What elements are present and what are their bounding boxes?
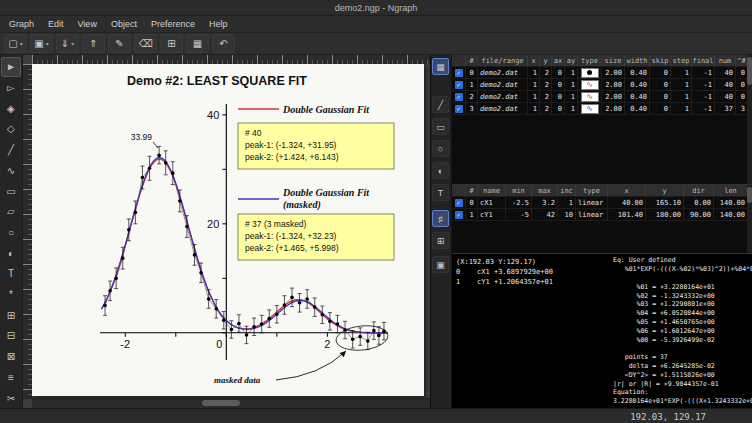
- axis-object-button[interactable]: ♯: [432, 210, 449, 227]
- data-point[interactable]: [377, 334, 381, 338]
- data-point[interactable]: [328, 320, 332, 324]
- menu-edit[interactable]: Edit: [41, 17, 71, 31]
- legend-select-tool[interactable]: ▻: [1, 78, 21, 98]
- data-point[interactable]: [207, 297, 211, 301]
- mark-tool[interactable]: *: [1, 285, 21, 305]
- data-point[interactable]: [298, 301, 302, 305]
- vscrollbar-thumb[interactable]: [747, 187, 752, 203]
- text-object-button[interactable]: T: [432, 184, 449, 201]
- data-point[interactable]: [127, 228, 131, 232]
- section-axis-tool[interactable]: ⊟: [1, 326, 21, 346]
- curve-tool[interactable]: ∿: [1, 161, 21, 181]
- data-point[interactable]: [372, 329, 376, 333]
- data-point[interactable]: [121, 256, 125, 260]
- data-point[interactable]: [157, 153, 161, 157]
- table-row[interactable]: ✓1demo2.dat1201∿2.000.4001-1400: [452, 79, 752, 91]
- row-checkbox[interactable]: ✓: [455, 211, 463, 219]
- menu-graph[interactable]: Graph: [2, 17, 41, 31]
- file-list-scrollbar[interactable]: [747, 55, 752, 184]
- frame-axis-tool[interactable]: ⊞: [1, 305, 21, 325]
- data-point[interactable]: [252, 325, 256, 329]
- clear-button[interactable]: ⌫: [134, 34, 157, 53]
- vscrollbar-thumb[interactable]: [747, 57, 752, 85]
- data-point[interactable]: [336, 322, 340, 326]
- axis-select-tool[interactable]: ◈: [1, 98, 21, 118]
- data-point[interactable]: [313, 305, 317, 309]
- circle-object-button[interactable]: ○: [432, 140, 449, 157]
- table-row[interactable]: ✓3demo2.dat1201∿2.000.4001-1373: [452, 103, 752, 115]
- hscrollbar-thumb[interactable]: [202, 400, 240, 406]
- data-point[interactable]: [230, 328, 234, 332]
- data-point[interactable]: [114, 276, 118, 280]
- menu-object[interactable]: Object: [104, 17, 144, 31]
- data-point[interactable]: [260, 322, 264, 326]
- table-row[interactable]: ✓0demo2.dat12012.000.4001-1400: [452, 67, 752, 79]
- data-point[interactable]: [305, 297, 309, 301]
- circle-tool[interactable]: ○: [1, 223, 21, 243]
- data-point[interactable]: [222, 318, 226, 322]
- data-point[interactable]: [237, 322, 241, 326]
- data-point[interactable]: [199, 271, 203, 275]
- data-point[interactable]: [267, 317, 271, 321]
- line-object-button[interactable]: ╱: [432, 96, 449, 113]
- data-point[interactable]: [178, 199, 182, 203]
- data-point[interactable]: [193, 253, 197, 257]
- data-point[interactable]: [275, 312, 279, 316]
- single-axis-tool[interactable]: ≡: [1, 368, 21, 388]
- rect-tool[interactable]: ▭: [1, 181, 21, 201]
- data-point[interactable]: [134, 211, 138, 215]
- table-row[interactable]: ✓2demo2.dat1201∿2.000.4001-1400: [452, 91, 752, 103]
- data-view-button[interactable]: ▦: [432, 58, 449, 75]
- data-point[interactable]: [290, 296, 294, 300]
- draw-button[interactable]: ✎: [108, 34, 131, 53]
- data-point[interactable]: [214, 307, 218, 311]
- row-checkbox[interactable]: ✓: [455, 199, 463, 207]
- arc-tool[interactable]: ◐: [1, 243, 21, 263]
- masked-data-annotation[interactable]: masked data: [214, 375, 261, 385]
- export-button[interactable]: ⇓▾: [56, 34, 79, 53]
- row-checkbox[interactable]: ✓: [455, 105, 463, 113]
- graph-title[interactable]: Demo #2: LEAST SQUARE FIT: [127, 74, 307, 88]
- titlebar[interactable]: demo2.ngp - Ngraph: [0, 0, 752, 16]
- file-save-button[interactable]: ▣: [432, 256, 449, 273]
- data-point[interactable]: [185, 225, 189, 229]
- data-point[interactable]: [108, 289, 112, 293]
- data-point[interactable]: [351, 338, 355, 342]
- pointer-tool[interactable]: ►: [1, 57, 21, 77]
- data-point[interactable]: [171, 171, 175, 175]
- dropdown-caret-icon[interactable]: ▾: [71, 40, 74, 47]
- axis-settings-button[interactable]: ⊞: [160, 34, 183, 53]
- arc-object-button[interactable]: ◐: [432, 162, 449, 179]
- peak-annotation[interactable]: 33.99: [131, 132, 153, 142]
- data-point[interactable]: [320, 313, 324, 317]
- data-sheet-button[interactable]: ▦: [186, 34, 209, 53]
- data-point[interactable]: [283, 303, 287, 307]
- polygon-tool[interactable]: ▱: [1, 202, 21, 222]
- load-data-button[interactable]: ⇑: [82, 34, 105, 53]
- new-graph-button[interactable]: ▢▾: [4, 34, 27, 53]
- legend-label-fit[interactable]: Double Gaussian Fit: [282, 104, 370, 115]
- data-point[interactable]: [103, 304, 107, 308]
- data-point[interactable]: [358, 335, 362, 339]
- axis-list-scrollbar[interactable]: [747, 185, 752, 253]
- data-point[interactable]: [245, 333, 249, 337]
- menu-help[interactable]: Help: [202, 17, 235, 31]
- trim-tool[interactable]: ✂: [1, 388, 21, 408]
- data-point[interactable]: [164, 161, 168, 165]
- row-checkbox[interactable]: ✓: [455, 93, 463, 101]
- canvas-hscrollbar[interactable]: [32, 398, 430, 408]
- menu-view[interactable]: View: [71, 17, 104, 31]
- table-row[interactable]: ✓1cY1-54210linear101.40180.0090.00140.00: [452, 209, 752, 221]
- graph-page[interactable]: -2022040 Demo #2: LEAST SQUARE FIT Doubl…: [32, 64, 424, 396]
- rect-object-button[interactable]: ▭: [432, 118, 449, 135]
- row-checkbox[interactable]: ✓: [455, 69, 463, 77]
- legend-label-masked-fit[interactable]: Double Gaussian Fit: [282, 187, 370, 198]
- undo-button[interactable]: ↶: [212, 34, 235, 53]
- data-point[interactable]: [141, 176, 145, 180]
- legend-label-masked-suffix[interactable]: (masked): [283, 199, 321, 211]
- cross-axis-tool[interactable]: ⊠: [1, 347, 21, 367]
- dropdown-caret-icon[interactable]: ▾: [46, 40, 49, 47]
- table-row[interactable]: ✓0cX1-2.53.21linear40.00165.100.00140.00: [452, 197, 752, 209]
- line-tool[interactable]: ╱: [1, 140, 21, 160]
- data-point[interactable]: [366, 339, 370, 343]
